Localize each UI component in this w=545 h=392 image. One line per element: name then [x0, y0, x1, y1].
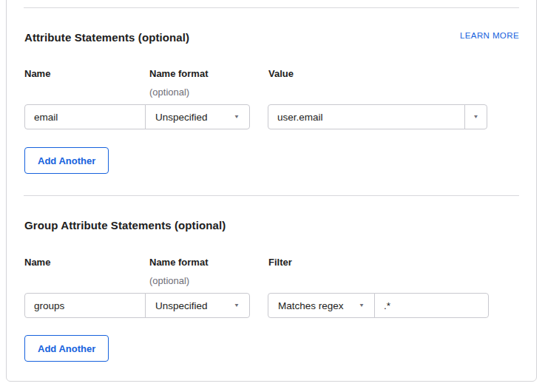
group-attribute-name-format-selected-value: Unspecified — [155, 300, 208, 311]
column-label-name: Name — [24, 68, 50, 79]
group-attribute-name-input[interactable] — [24, 293, 146, 318]
attribute-name-input[interactable] — [24, 104, 146, 129]
add-another-group-attribute-button[interactable]: Add Another — [24, 335, 109, 362]
group-filter-value-input[interactable] — [374, 293, 489, 318]
chevron-down-icon: ▼ — [234, 303, 240, 308]
attribute-value-dropdown-button[interactable]: ▼ — [464, 104, 487, 129]
learn-more-link[interactable]: LEARN MORE — [460, 31, 519, 40]
settings-card — [6, 0, 537, 382]
section-divider-top — [24, 7, 519, 8]
section-divider-middle — [24, 195, 519, 196]
add-another-attribute-button[interactable]: Add Another — [24, 147, 109, 174]
attribute-statements-title: Attribute Statements (optional) — [24, 31, 189, 44]
group-attribute-statements-title: Group Attribute Statements (optional) — [24, 219, 226, 232]
attribute-value-input[interactable] — [268, 104, 465, 129]
column-label-name: Name — [24, 257, 50, 268]
chevron-down-icon: ▼ — [234, 115, 240, 120]
name-format-optional-hint: (optional) — [149, 275, 189, 286]
name-format-optional-hint: (optional) — [149, 87, 189, 98]
column-label-value: Value — [268, 68, 294, 79]
chevron-down-icon: ▼ — [473, 115, 479, 120]
chevron-down-icon: ▼ — [359, 303, 365, 308]
group-filter-type-selected-value: Matches regex — [278, 300, 344, 311]
saml-settings-panel: Attribute Statements (optional) LEARN MO… — [0, 0, 545, 392]
column-label-name-format: Name format — [149, 68, 208, 79]
group-attribute-name-format-select[interactable]: Unspecified ▼ — [145, 293, 250, 318]
group-filter-type-select[interactable]: Matches regex ▼ — [268, 293, 375, 318]
attribute-name-format-selected-value: Unspecified — [155, 112, 208, 123]
column-label-filter: Filter — [268, 257, 292, 268]
column-label-name-format: Name format — [149, 257, 208, 268]
attribute-name-format-select[interactable]: Unspecified ▼ — [145, 104, 250, 129]
